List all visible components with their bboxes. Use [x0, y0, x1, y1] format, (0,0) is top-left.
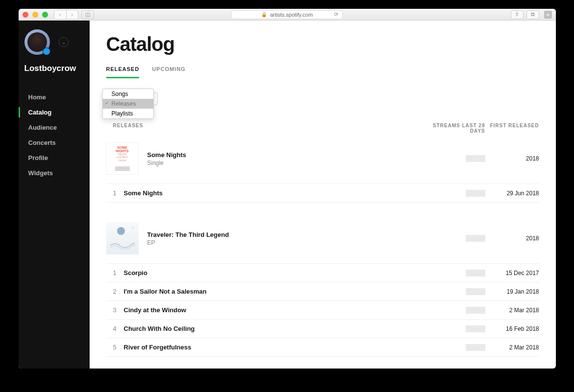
sidebar-item-widgets[interactable]: Widgets: [24, 168, 84, 178]
streams-placeholder: [466, 344, 485, 351]
streams-placeholder: [466, 270, 485, 277]
streams-placeholder: [466, 288, 485, 295]
sidebar-nav: Home Catalog Audience Concerts Profile W…: [24, 92, 84, 178]
filter-dropdown[interactable]: Songs Releases Playlists: [106, 92, 158, 105]
release-row[interactable]: SOMENIGHTS FIELDSLOSTBOYCROW Some Nights…: [106, 134, 539, 184]
track-date: 19 Jan 2018: [485, 288, 539, 295]
page-title: Catalog: [106, 33, 539, 55]
release-type: Single: [147, 160, 422, 166]
release-row[interactable]: + Traveler: The Third Legend EP 2018: [106, 213, 539, 264]
titlebar: ‹ › ◫ 🔒 artists.spotify.com ⟳ ⇪ ⧉ +: [19, 9, 556, 21]
album-cover: +: [106, 222, 139, 254]
window-controls: [23, 12, 48, 18]
track-row[interactable]: 1 Some Nights 29 Jun 2018: [106, 184, 539, 203]
sidebar-item-catalog[interactable]: Catalog: [24, 107, 84, 117]
tab-upcoming[interactable]: UPCOMING: [152, 66, 186, 78]
track-number: 1: [106, 269, 121, 277]
dropdown-option-releases[interactable]: Releases: [103, 99, 153, 109]
track-date: 2 Mar 2018: [485, 344, 539, 351]
track-title: Church With No Ceiling: [121, 325, 422, 332]
track-row[interactable]: 1 Scorpio 15 Dec 2017: [106, 264, 539, 282]
sidebar-item-audience[interactable]: Audience: [24, 122, 84, 133]
close-window-button[interactable]: [23, 12, 28, 18]
track-row[interactable]: 3 Cindy at the Window 2 Mar 2018: [106, 301, 539, 320]
track-number: 4: [106, 325, 121, 332]
release-title: Some Nights: [147, 151, 422, 159]
track-date: 16 Feb 2018: [485, 325, 539, 332]
table-header: RELEASES STREAMS LAST 28 DAYS FIRST RELE…: [106, 123, 539, 134]
dropdown-option-playlists[interactable]: Playlists: [103, 109, 153, 118]
minimize-window-button[interactable]: [32, 12, 38, 18]
dropdown-menu: Songs Releases Playlists: [102, 89, 154, 119]
track-date: 2 Mar 2018: [485, 307, 539, 314]
sidebar-toggle-button[interactable]: ◫: [81, 10, 94, 19]
track-date: 15 Dec 2017: [485, 270, 539, 277]
col-releases: RELEASES: [106, 123, 422, 134]
sidebar-item-profile[interactable]: Profile: [24, 153, 84, 163]
track-date: 29 Jun 2018: [485, 190, 539, 197]
dropdown-option-songs[interactable]: Songs: [103, 89, 153, 99]
maximize-window-button[interactable]: [42, 12, 48, 18]
streams-placeholder: [466, 325, 485, 332]
track-number: 1: [106, 189, 121, 197]
url-text: artists.spotify.com: [270, 12, 312, 18]
lock-icon: 🔒: [261, 12, 267, 17]
main-content: Catalog RELEASED UPCOMING Songs Releases…: [90, 21, 556, 369]
col-streams: STREAMS LAST 28 DAYS: [422, 123, 485, 134]
track-number: 2: [106, 288, 121, 295]
track-title: I'm a Sailor Not a Salesman: [121, 288, 422, 295]
new-tab-button[interactable]: +: [544, 11, 552, 19]
tabs: RELEASED UPCOMING: [106, 66, 539, 79]
track-title: Scorpio: [121, 269, 422, 277]
release-title: Traveler: The Third Legend: [147, 231, 422, 238]
track-title: Cindy at the Window: [121, 306, 422, 314]
artist-name: Lostboycrow: [24, 64, 84, 73]
address-bar[interactable]: 🔒 artists.spotify.com ⟳: [231, 10, 342, 19]
track-title: Some Nights: [121, 189, 422, 197]
nav-arrows: ‹ ›: [54, 10, 78, 20]
streams-placeholder: [466, 307, 485, 314]
track-title: River of Forgetfulness: [121, 344, 422, 351]
release-year: 2018: [485, 155, 539, 162]
account-menu-button[interactable]: ⌄: [59, 37, 69, 47]
share-button[interactable]: ⇪: [511, 10, 524, 19]
track-row[interactable]: 2 I'm a Sailor Not a Salesman 19 Jan 201…: [106, 282, 539, 301]
col-first-released: FIRST RELEASED: [485, 123, 539, 134]
track-number: 3: [106, 306, 121, 314]
browser-window: ‹ › ◫ 🔒 artists.spotify.com ⟳ ⇪ ⧉ + ⌄ Lo…: [19, 9, 556, 369]
back-button[interactable]: ‹: [54, 10, 66, 19]
sidebar-item-home[interactable]: Home: [24, 92, 84, 102]
streams-placeholder: [466, 155, 485, 162]
toolbar-right: ⇪ ⧉ +: [511, 10, 552, 19]
release-type: EP: [147, 239, 422, 246]
streams-placeholder: [466, 190, 485, 197]
tab-released[interactable]: RELEASED: [106, 66, 140, 78]
release-year: 2018: [485, 235, 539, 242]
track-row[interactable]: 4 Church With No Ceiling 16 Feb 2018: [106, 320, 539, 338]
track-number: 5: [106, 344, 121, 351]
app-frame: ⌄ Lostboycrow Home Catalog Audience Conc…: [19, 21, 556, 369]
streams-placeholder: [466, 235, 485, 242]
sidebar: ⌄ Lostboycrow Home Catalog Audience Conc…: [19, 21, 90, 369]
album-cover: SOMENIGHTS FIELDSLOSTBOYCROW: [106, 142, 139, 175]
avatar[interactable]: [24, 29, 50, 55]
reload-button[interactable]: ⟳: [334, 11, 338, 18]
sidebar-item-concerts[interactable]: Concerts: [24, 138, 84, 148]
track-row[interactable]: 5 River of Forgetfulness 2 Mar 2018: [106, 338, 539, 357]
tabs-button[interactable]: ⧉: [526, 10, 539, 19]
forward-button[interactable]: ›: [66, 10, 78, 19]
